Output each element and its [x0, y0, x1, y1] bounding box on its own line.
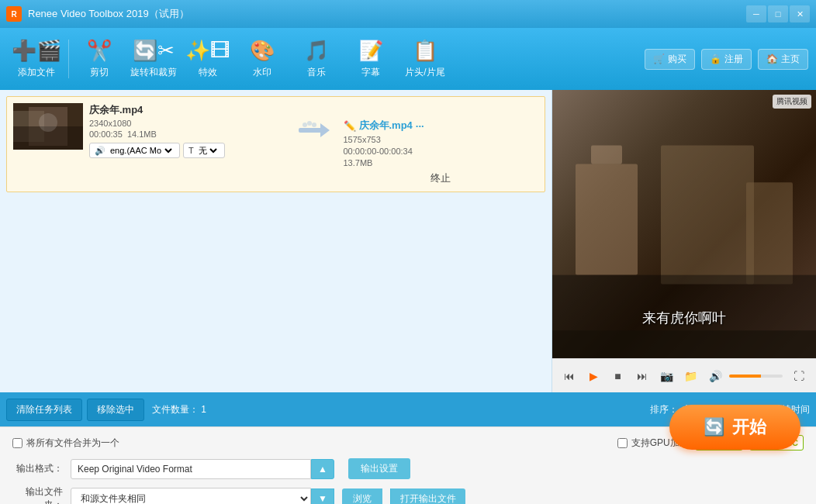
add-file-label: 添加文件 — [18, 66, 55, 79]
maximize-button[interactable]: □ — [768, 5, 788, 22]
app-title: Renee Video Toolbox 2019（试用） — [28, 7, 746, 21]
gpu-checkbox[interactable] — [617, 438, 628, 448]
watermark-label: 水印 — [253, 66, 271, 79]
titlebar: R Renee Video Toolbox 2019（试用） ─ □ ✕ — [0, 0, 816, 28]
volume-slider[interactable] — [729, 375, 783, 378]
watermark-badge: 腾讯视频 — [773, 95, 811, 109]
home-button[interactable]: 🏠 主页 — [758, 49, 808, 70]
svg-rect-16 — [552, 330, 816, 358]
register-label: 注册 — [724, 53, 743, 66]
player-fullscreen-button[interactable]: ⛶ — [789, 365, 810, 387]
folder-select-dropdown[interactable]: 和源文件夹相同 — [71, 488, 311, 504]
audio-track-selector[interactable]: 🔊 eng.(AAC Mo — [89, 143, 180, 158]
browse-button[interactable]: 浏览 — [342, 488, 382, 505]
output-filename: ✏️ 庆余年.mp4 ··· — [344, 119, 539, 133]
music-icon: 🎵 — [304, 39, 329, 63]
audio-track-dropdown[interactable]: eng.(AAC Mo — [107, 145, 175, 156]
file-thumbnail — [13, 103, 83, 150]
player-prev-button[interactable]: ⏮ — [558, 365, 579, 387]
home-label: 主页 — [781, 53, 800, 66]
merge-checkbox-label[interactable]: 将所有文件合并为一个 — [12, 437, 119, 450]
effect-icon: ✨🎞 — [185, 39, 230, 63]
output-time: 00:00:00-00:00:34 — [344, 147, 539, 156]
cut-icon: ✂️ — [87, 39, 112, 63]
source-resolution: 2340x1080 — [89, 119, 285, 128]
file-controls: 🔊 eng.(AAC Mo T 无 — [89, 143, 285, 158]
toolbar-effect[interactable]: ✨🎞 特效 — [181, 32, 235, 86]
app-logo: R — [6, 6, 22, 22]
svg-rect-5 — [299, 128, 322, 133]
rotate-label: 旋转和裁剪 — [130, 66, 177, 79]
home-icon: 🏠 — [766, 54, 778, 64]
player-camera-button[interactable]: 📷 — [656, 365, 677, 387]
player-volume-button[interactable]: 🔊 — [705, 365, 726, 387]
rotate-icon: 🔄✂ — [133, 39, 175, 63]
toolbar-header-footer[interactable]: 📋 片头/片尾 — [398, 32, 452, 86]
svg-rect-11 — [576, 164, 638, 274]
file-list-panel: 庆余年.mp4 2340x1080 00:00:35 14.1MB 🔊 eng.… — [0, 90, 552, 392]
toolbar-rotate[interactable]: 🔄✂ 旋转和裁剪 — [126, 32, 181, 86]
format-select-input[interactable] — [71, 459, 311, 479]
start-button-wrap: 🔄 开始 — [669, 405, 800, 450]
output-settings-button[interactable]: 输出设置 — [348, 458, 410, 479]
arrow-area — [291, 103, 337, 142]
preview-video: 腾讯视频 来有虎你啊叶 — [552, 90, 816, 358]
minimize-button[interactable]: ─ — [746, 5, 766, 22]
format-label: 输出格式： — [12, 462, 63, 475]
header-footer-icon: 📋 — [413, 39, 437, 63]
close-button[interactable]: ✕ — [790, 5, 810, 22]
subtitle-label: 字幕 — [361, 66, 380, 79]
source-file-info: 庆余年.mp4 2340x1080 00:00:35 14.1MB 🔊 eng.… — [89, 103, 285, 158]
window-controls: ─ □ ✕ — [746, 5, 810, 22]
folder-dropdown-button[interactable]: ▼ — [311, 488, 334, 504]
format-dropdown-button[interactable]: ▲ — [311, 459, 334, 479]
open-output-button[interactable]: 打开输出文件 — [390, 488, 465, 505]
output-dots: ··· — [416, 120, 424, 132]
start-label: 开始 — [732, 416, 766, 439]
player-play-button[interactable]: ▶ — [583, 365, 603, 387]
svg-rect-14 — [746, 182, 793, 284]
thumbnail-image — [13, 103, 83, 150]
clear-list-button[interactable]: 清除任务列表 — [6, 399, 82, 421]
subtitle-icon: 📝 — [358, 39, 383, 63]
output-resolution: 1575x753 — [344, 135, 539, 144]
svg-point-4 — [39, 113, 57, 132]
output-size: 13.7MB — [344, 158, 539, 167]
watermark-icon: 🎨 — [250, 39, 275, 63]
start-button[interactable]: 🔄 开始 — [669, 405, 800, 450]
buy-label: 购买 — [668, 53, 686, 66]
buy-icon: 🛒 — [653, 54, 665, 64]
svg-marker-6 — [320, 123, 330, 137]
subtitle-selector[interactable]: T 无 — [183, 143, 225, 158]
player-folder-button[interactable]: 📁 — [680, 365, 701, 387]
cut-label: 剪切 — [90, 66, 109, 79]
subtitle-dropdown[interactable]: 无 — [195, 145, 220, 156]
folder-select-wrap: 和源文件夹相同 ▼ — [71, 488, 334, 504]
toolbar-music[interactable]: 🎵 音乐 — [289, 32, 344, 86]
preview-panel: 腾讯视频 来有虎你啊叶 ⏮ ▶ ■ ⏭ 📷 📁 🔊 ⛶ — [552, 90, 816, 392]
toolbar-divider-1 — [68, 40, 69, 78]
svg-rect-13 — [661, 146, 754, 285]
player-stop-button[interactable]: ■ — [607, 365, 628, 387]
folder-row: 输出文件夹： 和源文件夹相同 ▼ 浏览 打开输出文件 — [12, 485, 804, 504]
merge-checkbox[interactable] — [12, 438, 22, 448]
svg-point-9 — [312, 123, 316, 127]
folder-label: 输出文件夹： — [12, 485, 63, 504]
toolbar-subtitle[interactable]: 📝 字幕 — [344, 32, 398, 86]
source-filename: 庆余年.mp4 — [89, 103, 285, 117]
source-duration-size: 00:00:35 14.1MB — [89, 129, 285, 139]
format-row: 输出格式： ▲ 输出设置 — [12, 458, 804, 479]
main-content: 庆余年.mp4 2340x1080 00:00:35 14.1MB 🔊 eng.… — [0, 90, 816, 392]
toolbar-cut[interactable]: ✂️ 剪切 — [72, 32, 126, 86]
player-next-button[interactable]: ⏭ — [631, 365, 652, 387]
text-icon: T — [188, 146, 194, 155]
buy-button[interactable]: 🛒 购买 — [645, 49, 695, 70]
topright-buttons: 🛒 购买 🔒 注册 🏠 主页 — [645, 49, 808, 70]
register-button[interactable]: 🔒 注册 — [701, 49, 752, 70]
merge-label: 将所有文件合并为一个 — [26, 437, 119, 450]
toolbar-add-file[interactable]: ➕🎬 添加文件 — [8, 32, 65, 86]
music-label: 音乐 — [307, 66, 326, 79]
svg-point-7 — [303, 123, 307, 127]
toolbar-watermark[interactable]: 🎨 水印 — [235, 32, 289, 86]
remove-selected-button[interactable]: 移除选中 — [87, 399, 144, 421]
